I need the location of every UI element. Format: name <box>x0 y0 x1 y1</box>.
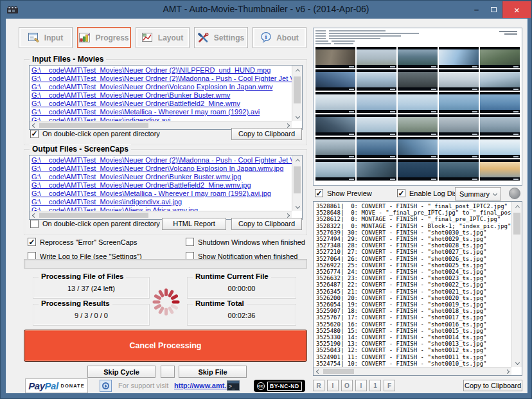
sheet-metadata-lines <box>315 30 520 44</box>
pause-button[interactable] <box>161 366 175 378</box>
vscroll-thumb[interactable] <box>513 213 520 235</box>
log-hscrollbar[interactable] <box>314 367 511 375</box>
option-2-row[interactable]: Shutdown Windows when finished <box>186 238 305 246</box>
scroll-up-icon[interactable] <box>512 202 522 211</box>
preview-thumbnail <box>480 114 520 136</box>
log-filter-button-1-4[interactable]: 1 <box>369 380 381 391</box>
cc-icon: cc <box>257 382 265 390</box>
input-copy-to-clipboard-button[interactable]: Copy to Clipboard <box>231 128 302 140</box>
log-line: 3525767| 17: CONVERT - FINISH - "shot001… <box>316 314 511 321</box>
hscroll-thumb[interactable] <box>323 369 354 374</box>
output-copy-to-clipboard-button[interactable]: Copy to Clipboard <box>231 218 302 230</box>
skip-cycle-button[interactable]: Skip Cycle <box>87 366 155 378</box>
tab-about[interactable]: iAbout <box>253 27 306 48</box>
input-file-link[interactable]: G:\__code\AMT\Test_Movies\indigendivx.av… <box>30 116 292 121</box>
preview-thumbnail <box>480 92 520 113</box>
output-file-link[interactable]: G:\__code\AMT\Test_Movies\Metallica - Wh… <box>30 190 292 198</box>
processing-options: ✓Reprocess "Error" ScreenCapsWrite Log t… <box>28 238 305 260</box>
paypal-donate-button[interactable]: PayPal DONATE <box>25 378 88 393</box>
show-preview-option[interactable]: ✓ Show Preview <box>315 189 372 197</box>
vscroll-thumb[interactable] <box>294 76 301 103</box>
tab-settings[interactable]: Settings <box>194 27 248 48</box>
log-filter-button-i-1[interactable]: I <box>327 380 339 391</box>
output-files-list[interactable]: G:\__code\AMT\Test_Movies\Neuer Ordner (… <box>29 155 303 220</box>
input-file-link[interactable]: G:\__code\AMT\Test_Movies\Neuer Ordner (… <box>30 75 292 83</box>
log-copy-to-clipboard-button[interactable]: Copy to Clipboard <box>463 380 522 391</box>
log-line: 3525620| 16: CONVERT - FINISH - "shot001… <box>316 321 511 328</box>
log-line: 3526054| 19: CONVERT - FINISH - "shot001… <box>316 301 511 308</box>
preview-thumbnail <box>480 69 520 91</box>
input-list-vscrollbar[interactable] <box>292 66 302 121</box>
input-file-link[interactable]: G:\__code\AMT\Test_Movies\Neuer Ordner\B… <box>30 91 292 100</box>
stat-value: 9 / 3 / 0 / 0 <box>33 312 149 319</box>
output-file-link[interactable]: G:\__code\AMT\Test_Movies\Neuer Ordner (… <box>30 156 292 164</box>
option-checkbox[interactable]: ✓ <box>28 238 36 246</box>
output-files-title: Output Files - ScreenCaps <box>30 145 131 154</box>
maximize-button[interactable] <box>485 1 502 18</box>
show-preview-checkbox[interactable]: ✓ <box>315 189 323 197</box>
output-file-link[interactable]: G:\__code\AMT\Test_Movies\Neuer Ordner\B… <box>30 181 292 190</box>
enable-log-checkbox[interactable]: ✓ <box>397 189 405 197</box>
output-open-parent-checkbox[interactable] <box>30 220 39 228</box>
log-mode-dropdown[interactable]: Summary <box>455 187 501 200</box>
preview-thumbnail <box>439 92 479 113</box>
scroll-right-icon[interactable] <box>502 368 511 376</box>
input-file-link[interactable]: G:\__code\AMT\Test_Movies\Neuer Ordner\V… <box>30 83 292 91</box>
input-open-parent-option[interactable]: ✓ On double-click open parent directory <box>30 130 160 138</box>
input-file-link[interactable]: G:\__code\AMT\Test_Movies\Neuer Ordner\B… <box>30 100 292 108</box>
preview-thumbnail <box>398 159 438 181</box>
log-filter-button-i-3[interactable]: I <box>355 380 367 391</box>
media-player-icon[interactable] <box>100 380 112 392</box>
log-vscrollbar[interactable] <box>511 202 522 367</box>
cc-license-badge[interactable]: cc BY-NC-ND <box>254 380 305 392</box>
minimize-button[interactable]: − <box>468 1 485 18</box>
cancel-processing-button[interactable]: Cancel Processing <box>24 330 307 362</box>
log-filter-button-o-2[interactable]: O <box>341 380 353 391</box>
support-link[interactable]: http://www.amt.cc <box>174 382 235 389</box>
preview-thumbnail <box>315 47 355 68</box>
log-filter-button-r-0[interactable]: R <box>313 380 324 391</box>
log-line: 3528648| 0: MOVE - "_final_pre_IPTC.jpg"… <box>316 209 511 216</box>
vscroll-thumb[interactable] <box>294 166 301 193</box>
output-open-parent-option[interactable]: On double-click open parent directory <box>30 220 160 228</box>
overall-progress-bar <box>24 259 307 269</box>
input-file-link[interactable]: G:\__code\AMT\Test_Movies\Neuer Ordner (… <box>30 66 292 75</box>
processing-file-of-files-box: Processing File of Files 13 / 37 (24 lef… <box>33 277 150 299</box>
output-list-vscrollbar[interactable] <box>292 155 302 211</box>
scroll-left-icon[interactable] <box>314 368 323 376</box>
stat-title: Runtime Current File <box>193 272 271 280</box>
log-line: 3528612| 0: MONTAGE - FINISH - "_final_p… <box>316 216 511 222</box>
tab-progress[interactable]: Progress <box>77 27 131 48</box>
contact-sheet-header <box>315 30 520 46</box>
scroll-up-icon[interactable] <box>292 66 303 75</box>
output-file-link[interactable]: G:\__code\AMT\Test_Movies\Aliens in Afri… <box>30 206 292 211</box>
preview-thumbnail <box>398 47 438 68</box>
tab-input[interactable]: Input <box>19 27 73 48</box>
footer-bar: PayPal DONATE For support visit http://w… <box>6 378 313 393</box>
input-open-parent-checkbox[interactable]: ✓ <box>30 130 39 138</box>
output-file-link[interactable]: G:\__code\AMT\Test_Movies\Neuer Ordner\B… <box>30 173 292 181</box>
skip-file-button[interactable]: Skip File <box>179 366 247 378</box>
scroll-down-icon[interactable] <box>292 202 303 211</box>
output-file-link[interactable]: G:\__code\AMT\Test_Movies\Neuer Ordner\V… <box>30 164 292 173</box>
log-filter-button-f-5[interactable]: F <box>384 380 395 391</box>
output-file-link[interactable]: G:\__code\AMT\Test_Movies\indigendivx.av… <box>30 198 292 206</box>
tab-layout[interactable]: Layout <box>136 27 190 48</box>
input-files-list[interactable]: G:\__code\AMT\Test_Movies\Neuer Ordner (… <box>29 65 303 130</box>
log-line: 3527348| 28: CONVERT - FINISH - "shot002… <box>316 242 511 249</box>
console-icon[interactable]: >_ <box>227 380 240 393</box>
input-file-link[interactable]: G:\__code\AMT\Test_Movies\Metallica - Wh… <box>30 108 292 116</box>
scroll-down-icon[interactable] <box>512 358 522 367</box>
settings-icon <box>198 33 209 43</box>
option-checkbox[interactable] <box>186 238 194 246</box>
close-button[interactable]: × <box>502 1 531 18</box>
preview-contact-sheet <box>313 28 522 186</box>
scroll-down-icon[interactable] <box>292 112 303 121</box>
option-0-row[interactable]: ✓Reprocess "Error" ScreenCaps <box>28 238 186 246</box>
log-display[interactable]: 3528861| 0: CONVERT - FINISH - "_final_p… <box>313 201 522 376</box>
scroll-up-icon[interactable] <box>292 155 303 164</box>
log-line: 3526632| 23: CONVERT - FINISH - "shot002… <box>316 275 511 281</box>
html-report-button[interactable]: HTML Report <box>162 218 226 230</box>
progress-icon <box>79 33 91 43</box>
log-line: 3526487| 22: CONVERT - FINISH - "shot002… <box>316 281 511 288</box>
